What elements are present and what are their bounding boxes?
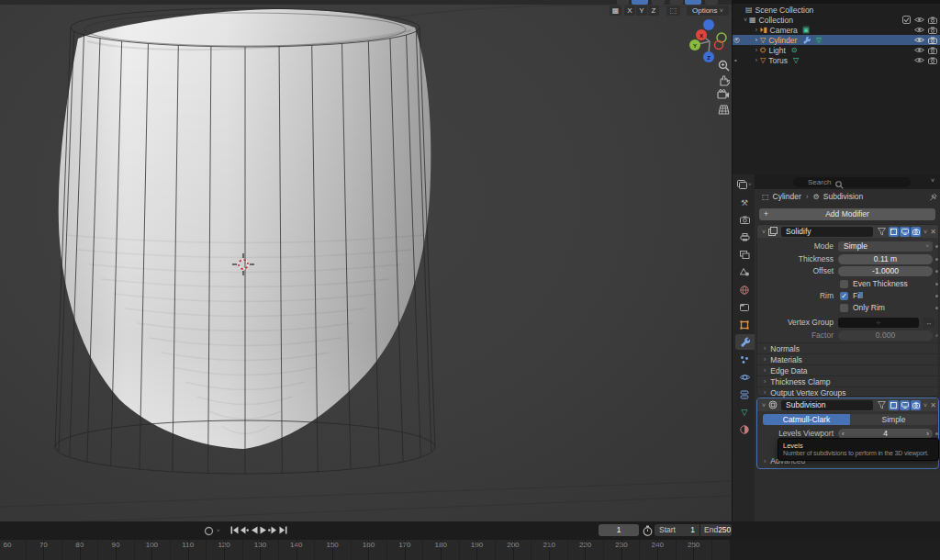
animate-dot[interactable]: [935, 307, 938, 309]
display-realtime-toggle[interactable]: [900, 400, 910, 410]
decrement-arrow-icon[interactable]: ‹: [842, 429, 845, 439]
outliner-row-collection[interactable]: ˅ ▦ Collection: [733, 15, 940, 25]
perspective-grid-icon[interactable]: [716, 102, 731, 117]
tab-render[interactable]: [734, 212, 755, 228]
display-realtime-toggle[interactable]: [900, 227, 910, 237]
options-dropdown[interactable]: Options ˅: [687, 6, 729, 16]
filter-funnel-icon[interactable]: [878, 401, 886, 409]
catmull-clark-button[interactable]: Catmull-Clark: [763, 414, 850, 425]
pan-hand-icon[interactable]: [716, 73, 731, 87]
section-output-vertex-groups[interactable]: ›Output Vertex Groups: [757, 386, 940, 398]
display-render-toggle[interactable]: [911, 400, 921, 410]
close-icon[interactable]: ✕: [930, 228, 936, 236]
breadcrumb-object[interactable]: Cylinder: [773, 192, 801, 201]
tab-particles[interactable]: [734, 352, 755, 367]
mode-dropdown[interactable]: Simple˅: [838, 241, 933, 252]
expand-chevron-icon[interactable]: ›: [753, 57, 760, 63]
animate-dot[interactable]: [935, 334, 938, 337]
display-render-toggle[interactable]: [911, 227, 921, 237]
filter-funnel-icon[interactable]: [878, 228, 886, 236]
simple-button[interactable]: Simple: [850, 414, 937, 425]
tab-scene[interactable]: [734, 264, 755, 280]
expand-chevron-icon[interactable]: ›: [753, 47, 760, 53]
levels-viewport-stepper[interactable]: ‹ 4 ›: [838, 429, 933, 439]
only-rim-checkbox[interactable]: [840, 304, 848, 312]
tab-collection-props[interactable]: [734, 299, 755, 315]
snap-base-icon[interactable]: ⬚: [666, 6, 680, 16]
outliner-row-scene-collection[interactable]: ▤ Scene Collection: [733, 5, 940, 15]
solidify-header[interactable]: ˅ Solidify ˅ ✕: [757, 225, 938, 238]
outliner-filter-bar[interactable]: [733, 0, 940, 4]
subdivision-header[interactable]: ˅ Subdivision ˅ ✕: [757, 398, 938, 411]
even-thickness-checkbox[interactable]: [840, 280, 848, 288]
expand-chevron-icon[interactable]: ›: [753, 37, 760, 43]
increment-arrow-icon[interactable]: ›: [926, 429, 929, 439]
hide-eye-icon[interactable]: [914, 47, 924, 53]
section-materials[interactable]: ›Materials: [757, 353, 940, 364]
tab-constraints[interactable]: [734, 386, 755, 402]
extras-chevron-icon[interactable]: ˅: [923, 229, 927, 235]
tab-object[interactable]: [734, 317, 755, 332]
outliner-row-torus[interactable]: • › ▽ Torus ▽: [733, 55, 940, 65]
hide-eye-icon[interactable]: [914, 37, 924, 43]
subdivision-name-field[interactable]: Subdivision: [781, 400, 873, 410]
3d-viewport[interactable]: ▦ X Y Z ⬚ Options ˅ X Y Z: [0, 0, 732, 521]
next-keyframe-button[interactable]: [268, 525, 277, 535]
tab-physics[interactable]: [734, 369, 755, 385]
tab-world[interactable]: [734, 282, 755, 297]
display-on-cage-toggle[interactable]: [889, 227, 899, 237]
editor-type-selector[interactable]: ˅: [734, 176, 755, 192]
animate-dot[interactable]: [935, 295, 938, 297]
section-thickness-clamp[interactable]: ›Thickness Clamp: [757, 375, 940, 386]
gizmo-toggle-icon[interactable]: [670, 0, 683, 5]
current-frame-field[interactable]: 1: [599, 524, 639, 536]
auto-keying-toggle[interactable]: [204, 526, 214, 536]
offset-field[interactable]: -1.0000: [838, 266, 933, 276]
collapse-chevron-icon[interactable]: ˅: [762, 402, 766, 409]
fill-checkbox[interactable]: ✓: [840, 292, 848, 300]
vertex-group-field[interactable]: ⁘: [838, 318, 919, 328]
render-camera-icon[interactable]: [928, 37, 937, 44]
pin-icon[interactable]: [929, 193, 937, 201]
shading-mode-icon[interactable]: [705, 0, 718, 5]
tab-object-data[interactable]: ▽: [734, 404, 755, 420]
tab-view-layer[interactable]: [734, 247, 755, 263]
breadcrumb-modifier[interactable]: Subdivision: [823, 192, 863, 201]
collapse-chevron-icon[interactable]: ˅: [762, 229, 766, 235]
animate-dot[interactable]: [935, 432, 938, 435]
animate-dot[interactable]: [935, 283, 938, 286]
animate-dot[interactable]: [935, 245, 938, 248]
previous-keyframe-button[interactable]: [240, 525, 249, 535]
hide-eye-icon[interactable]: [914, 27, 924, 33]
mirror-object-icon[interactable]: ▦: [610, 6, 621, 16]
jump-to-end-button[interactable]: [278, 525, 287, 535]
tab-tool[interactable]: ⚒: [734, 195, 755, 210]
hide-eye-icon[interactable]: [914, 17, 924, 23]
mirror-z-button[interactable]: Z: [648, 6, 659, 16]
extras-chevron-icon[interactable]: ˅: [923, 402, 927, 409]
tab-modifiers[interactable]: [735, 334, 755, 350]
render-camera-icon[interactable]: [928, 47, 937, 54]
hide-eye-icon[interactable]: [914, 57, 924, 63]
render-camera-icon[interactable]: [928, 57, 937, 64]
overlays-toggle-icon[interactable]: [685, 0, 701, 5]
keying-chevron-icon[interactable]: ˅: [217, 528, 220, 533]
timeline-ruler[interactable]: 6070809010011012013014015016017018019020…: [0, 540, 730, 560]
end-frame-field[interactable]: End 250: [700, 524, 732, 536]
tab-output[interactable]: [734, 230, 755, 245]
jump-to-start-button[interactable]: [229, 525, 239, 535]
render-camera-icon[interactable]: [928, 27, 937, 34]
collapse-chevron-icon[interactable]: ˅: [742, 17, 749, 23]
outliner-row-cylinder[interactable]: ⦿ › ▽ Cylinder ▽: [733, 35, 940, 45]
outliner-row-camera[interactable]: › 🞂▮ Camera ▣: [733, 25, 940, 35]
outliner-row-light[interactable]: › ⛭ Light ⊙: [733, 45, 940, 55]
section-normals[interactable]: ›Normals: [757, 342, 940, 353]
render-camera-icon[interactable]: [928, 17, 937, 24]
factor-field[interactable]: 0.000: [838, 330, 933, 341]
zoom-icon[interactable]: [716, 58, 731, 73]
snap-toggle-icon[interactable]: [632, 0, 648, 5]
camera-view-icon[interactable]: [716, 87, 731, 102]
stopwatch-icon[interactable]: [643, 525, 653, 536]
proportional-edit-icon[interactable]: [617, 0, 629, 5]
solidify-name-field[interactable]: Solidify: [781, 227, 873, 237]
